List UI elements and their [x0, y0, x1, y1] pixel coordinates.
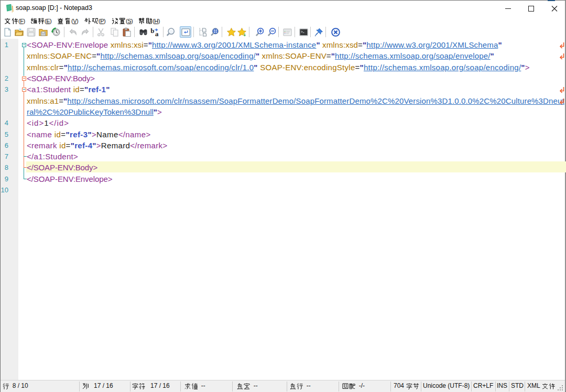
svg-text:b: b: [150, 27, 154, 35]
